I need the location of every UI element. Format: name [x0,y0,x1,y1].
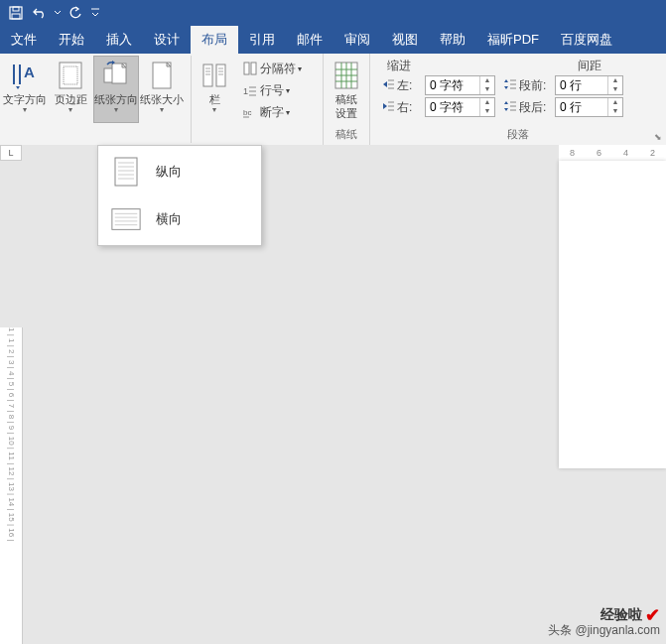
draft-settings-button[interactable]: 稿纸 设置 [326,56,367,123]
undo-dropdown-icon[interactable] [52,1,64,25]
spin-down-icon[interactable]: ▼ [608,107,622,116]
size-icon [145,59,179,92]
indent-right-label: 右: [381,99,425,116]
orientation-landscape-item[interactable]: 横向 [100,195,259,243]
svg-text:1: 1 [243,86,248,96]
draft-icon [330,59,363,92]
chevron-down-icon: ▾ [212,106,216,114]
hyphenation-icon: bc [242,104,258,120]
line-numbers-icon: 1 [242,82,258,98]
chevron-down-icon: ▾ [68,106,72,114]
tab-layout[interactable]: 布局 [191,26,238,54]
tab-baidu[interactable]: 百度网盘 [550,26,623,54]
margins-icon [54,59,87,92]
svg-rect-53 [112,209,140,230]
ruler-vertical[interactable]: 1 | 1 | 2 | 3 | 4 | 5 | 6 | 7 | 8 | 9 | … [0,327,23,644]
redo-icon[interactable] [64,1,87,25]
spacing-after-label: 段后: [503,99,555,116]
document-page[interactable] [559,161,666,468]
svg-rect-13 [216,64,225,86]
group-paragraph: 缩进 间距 左: ▲▼ 段前: ▲▼ 右: ▲ [370,54,666,145]
ruler-horizontal[interactable]: 8642 [559,145,666,162]
indent-left-input[interactable]: ▲▼ [425,75,495,95]
save-icon[interactable] [4,1,28,25]
ruler-tab-selector[interactable]: L [0,145,22,161]
tab-home[interactable]: 开始 [48,26,95,54]
tab-insert[interactable]: 插入 [95,26,143,54]
svg-text:A: A [24,64,35,80]
portrait-icon [110,156,142,188]
tab-review[interactable]: 审阅 [333,26,381,54]
text-direction-icon: A [8,59,42,92]
tab-references[interactable]: 引用 [238,26,286,54]
svg-rect-47 [115,158,137,186]
spacing-before-label: 段前: [503,77,555,94]
undo-icon[interactable] [28,1,52,25]
title-bar [0,0,666,26]
svg-rect-12 [203,64,212,86]
hyphenation-button[interactable]: bc 断字▾ [239,101,305,123]
columns-button[interactable]: 栏 ▾ [192,56,237,123]
indent-left-icon [381,78,395,93]
check-icon: ✔ [645,605,660,625]
indent-left-label: 左: [381,77,425,94]
menu-bar: 文件 开始 插入 设计 布局 引用 邮件 审阅 视图 帮助 福昕PDF 百度网盘 [0,26,666,54]
indent-right-icon [381,100,395,115]
spin-down-icon[interactable]: ▼ [480,85,494,94]
chevron-down-icon: ▾ [160,106,164,114]
spacing-after-input[interactable]: ▲▼ [555,97,623,117]
qat-customize-icon[interactable] [87,1,103,25]
spin-up-icon[interactable]: ▲ [480,98,494,107]
spacing-before-icon [503,78,517,93]
spacing-after-icon [503,100,517,115]
group-draft: 稿纸 设置 稿纸 [324,54,370,145]
tab-view[interactable]: 视图 [381,26,429,54]
spacing-before-input[interactable]: ▲▼ [555,75,623,95]
svg-rect-2 [12,14,20,19]
orientation-button[interactable]: 纸张方向 ▾ [93,56,139,123]
text-direction-button[interactable]: A 文字方向 ▾ [2,56,48,123]
spin-down-icon[interactable]: ▼ [608,85,622,94]
spin-up-icon[interactable]: ▲ [608,76,622,85]
landscape-icon [110,203,142,235]
watermark: 经验啦 ✔ 头条 @jingyanla.com [548,607,660,638]
svg-rect-20 [244,63,249,74]
tab-foxit[interactable]: 福昕PDF [476,26,550,54]
svg-rect-21 [251,63,256,74]
chevron-down-icon: ▾ [114,106,118,114]
ribbon: A 文字方向 ▾ 页边距 ▾ 纸张方向 ▾ [0,54,666,146]
orientation-portrait-item[interactable]: 纵向 [100,148,259,195]
size-button[interactable]: 纸张大小 ▾ [139,56,185,123]
spin-up-icon[interactable]: ▲ [480,76,494,85]
tab-help[interactable]: 帮助 [429,26,476,54]
breaks-button[interactable]: 分隔符▾ [239,58,305,79]
indent-header: 缩进 [381,58,518,74]
svg-text:bc: bc [243,108,251,117]
breaks-icon [242,61,258,76]
orientation-dropdown: 纵向 横向 [97,145,262,246]
spin-up-icon[interactable]: ▲ [608,98,622,107]
indent-right-input[interactable]: ▲▼ [425,97,495,117]
orientation-icon [99,59,133,92]
tab-file[interactable]: 文件 [0,26,48,54]
spin-down-icon[interactable]: ▼ [480,107,494,116]
spacing-header: 间距 [518,58,655,74]
columns-icon [198,59,231,92]
tab-design[interactable]: 设计 [143,26,191,54]
tab-mailings[interactable]: 邮件 [286,26,333,54]
line-numbers-button[interactable]: 1 行号▾ [239,79,305,101]
dialog-launcher-icon[interactable]: ⬊ [652,131,664,143]
margins-button[interactable]: 页边距 ▾ [48,56,93,123]
group-page-setup: A 文字方向 ▾ 页边距 ▾ 纸张方向 ▾ [0,54,309,145]
chevron-down-icon: ▾ [23,106,27,114]
